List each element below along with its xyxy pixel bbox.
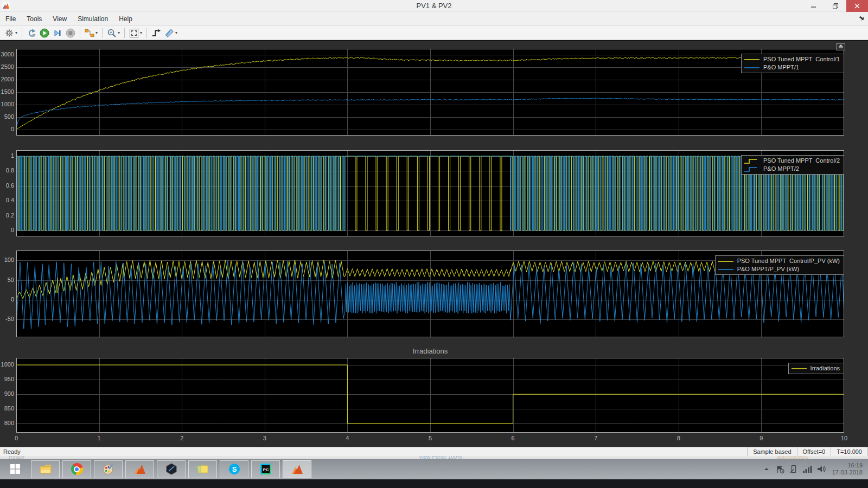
- sticky-notes-icon: [196, 463, 209, 475]
- windows-logo-icon: [10, 464, 20, 474]
- network-signal-icon[interactable]: [803, 465, 812, 473]
- window-title: PV1 & PV2: [0, 2, 868, 10]
- taskbar-app-pycharm[interactable]: PC: [251, 460, 280, 478]
- y-tick-label: 1500: [0, 88, 14, 95]
- system-tray: 16:1917-03-2018: [763, 462, 866, 476]
- pycharm-icon: PC: [260, 463, 272, 475]
- legend-entry[interactable]: P&O MPPT/2: [744, 165, 840, 173]
- zoom-icon: [107, 28, 117, 38]
- legend-entry[interactable]: P&O MPPT/1: [744, 63, 840, 72]
- y-tick-label: 0.6: [0, 182, 14, 189]
- taskbar-app-designer-hexagon[interactable]: [157, 460, 186, 478]
- stop-button[interactable]: [64, 27, 77, 39]
- plot-power-canvas[interactable]: [16, 49, 844, 136]
- legend-line-icon: [744, 65, 760, 71]
- legend-entry[interactable]: P&O MPPT/P_PV (kW): [718, 265, 840, 273]
- y-tick-label: 1: [0, 152, 14, 159]
- chrome-icon: [71, 463, 83, 475]
- dock-arrow-icon[interactable]: [859, 15, 865, 23]
- close-button[interactable]: [846, 0, 868, 12]
- plot-irradiations-canvas[interactable]: [16, 358, 844, 433]
- taskbar-app-matlab[interactable]: [125, 460, 154, 478]
- legend-entry[interactable]: PSO Tuned MPPT Control/2: [744, 157, 840, 165]
- settings-gear-button[interactable]: ▾: [3, 27, 19, 39]
- fit-view-button[interactable]: ▾: [127, 27, 144, 39]
- taskbar-app-skype[interactable]: S: [220, 460, 248, 478]
- background-view-text: View Perior 100%: [419, 456, 462, 459]
- expand-plots-button[interactable]: [836, 43, 845, 50]
- paint-icon: [102, 463, 115, 475]
- step-forward-icon: [53, 28, 62, 38]
- volume-icon[interactable]: [818, 465, 827, 473]
- svg-text:S: S: [232, 465, 237, 473]
- scope-window: PV1 & PV2 FileToolsViewSimulationHelp ▾▾…: [0, 0, 868, 488]
- clock-time: 16:19: [832, 462, 863, 469]
- screen-bottom-strip: [0, 479, 868, 488]
- pen-input-icon[interactable]: [790, 465, 797, 473]
- matlab-icon: [291, 463, 304, 475]
- background-window-sliver: Ready View Perior 100% auto(ouces(o: [0, 456, 868, 459]
- toolbar-separator: [102, 28, 103, 38]
- title-bar[interactable]: PV1 & PV2: [0, 0, 868, 12]
- taskbar-app-matlab-active[interactable]: [283, 460, 311, 478]
- plot-title-irradiations: Irradiations: [16, 347, 844, 355]
- trigger-button[interactable]: [150, 27, 163, 39]
- taskbar-app-paint[interactable]: [94, 460, 123, 478]
- taskbar: SPC16:1917-03-2018: [0, 459, 868, 479]
- dropdown-caret-icon[interactable]: ▾: [140, 30, 142, 35]
- measurements-button[interactable]: ▾: [163, 27, 179, 39]
- legend-entry[interactable]: Irradiations: [791, 364, 840, 373]
- run-icon: [40, 28, 49, 38]
- legend-irradiations[interactable]: Irradiations: [788, 363, 844, 374]
- taskbar-clock[interactable]: 16:1917-03-2018: [832, 462, 863, 476]
- legend-entry[interactable]: PSO Tuned MPPT Control/P_PV (kW): [718, 257, 840, 265]
- legend-entry[interactable]: PSO Tuned MPPT Control/1: [744, 55, 840, 63]
- taskbar-app-chrome[interactable]: [62, 460, 91, 478]
- toolbar-separator: [22, 28, 22, 38]
- legend-power[interactable]: PSO Tuned MPPT Control/1P&O MPPT/1: [741, 54, 844, 73]
- legend-ppv[interactable]: PSO Tuned MPPT Control/P_PV (kW)P&O MPPT…: [715, 255, 844, 275]
- plot-pwm-canvas[interactable]: [16, 150, 844, 236]
- y-tick-label: 2500: [0, 63, 14, 70]
- fit-view-icon: [129, 28, 139, 38]
- restore-button[interactable]: [825, 0, 846, 12]
- signal-selector-button[interactable]: ▾: [83, 27, 99, 39]
- signal-selector-icon: [85, 28, 94, 38]
- run-button[interactable]: [38, 27, 51, 39]
- toolbar-separator: [124, 28, 125, 38]
- taskbar-app-file-explorer[interactable]: [31, 460, 60, 478]
- action-flag-icon[interactable]: [776, 465, 784, 473]
- menu-item-help[interactable]: Help: [119, 15, 132, 23]
- trigger-icon: [151, 28, 161, 38]
- dropdown-caret-icon[interactable]: ▾: [175, 30, 177, 35]
- hidden-icons-caret-icon[interactable]: [763, 466, 770, 472]
- minimize-button[interactable]: [803, 0, 825, 12]
- zoom-button[interactable]: ▾: [105, 27, 122, 39]
- y-tick-label: 900: [0, 390, 14, 397]
- taskbar-app-sticky-notes[interactable]: [188, 460, 217, 478]
- x-tick-label: 4: [339, 435, 355, 441]
- x-tick-label: 1: [91, 435, 107, 441]
- x-tick-label: 9: [753, 435, 769, 441]
- start-button[interactable]: [2, 459, 28, 479]
- dropdown-caret-icon[interactable]: ▾: [95, 30, 98, 35]
- matlab-icon: [133, 463, 146, 475]
- menu-item-simulation[interactable]: Simulation: [78, 15, 108, 23]
- menu-item-tools[interactable]: Tools: [27, 15, 42, 23]
- y-tick-label: 800: [0, 420, 14, 426]
- step-back-button[interactable]: [25, 27, 38, 39]
- x-tick-label: 0: [8, 435, 24, 441]
- y-tick-label: 50: [0, 277, 14, 283]
- legend-pwm[interactable]: PSO Tuned MPPT Control/2P&O MPPT/2: [741, 155, 844, 175]
- stop-icon: [66, 28, 75, 38]
- legend-line-icon: [744, 56, 760, 63]
- dropdown-caret-icon[interactable]: ▾: [15, 30, 17, 35]
- menu-item-file[interactable]: File: [5, 15, 16, 23]
- x-tick-label: 5: [422, 435, 438, 441]
- step-forward-button[interactable]: [51, 27, 64, 39]
- x-tick-label: 2: [174, 435, 190, 441]
- y-tick-label: -50: [0, 316, 14, 322]
- menu-item-view[interactable]: View: [53, 15, 67, 23]
- toolbar-separator: [146, 28, 147, 38]
- dropdown-caret-icon[interactable]: ▾: [118, 30, 120, 35]
